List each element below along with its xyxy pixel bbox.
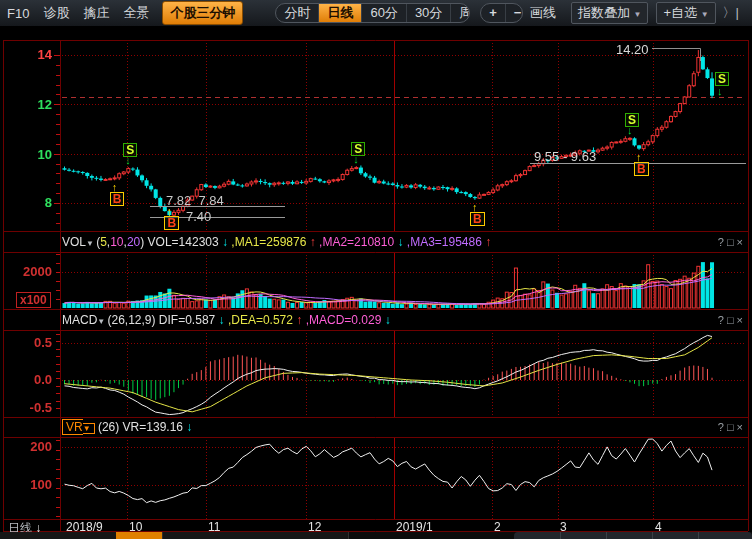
header-part: ,MA3=195486: [404, 235, 482, 249]
vr-axis-label: 100: [0, 477, 52, 492]
header-part: (26): [95, 420, 123, 434]
header-part: VOL: [62, 235, 86, 249]
vr-panel-icons: ?□×: [718, 421, 746, 433]
toolbar: F10 诊股 擒庄 全景 个股三分钟 分时 日线 60分 30分 周线 ▼ + …: [0, 0, 752, 26]
signal-B-marker: B: [164, 216, 179, 230]
signal-B-arrow-icon: ↑: [112, 182, 118, 192]
header-part: ↑: [306, 235, 315, 249]
signal-B-arrow-icon: ↑: [472, 202, 478, 212]
collapse-panel-icon[interactable]: 〉|: [716, 4, 746, 22]
header-part: 10: [110, 235, 123, 249]
header-part: VOL=142303: [148, 235, 219, 249]
header-part[interactable]: VR: [62, 419, 83, 435]
f10-button[interactable]: F10: [0, 6, 36, 21]
help-icon[interactable]: ?: [718, 421, 727, 433]
header-part: ): [140, 235, 147, 249]
tab-fenshi[interactable]: 分时: [276, 4, 319, 22]
header-part: ↑: [482, 235, 491, 249]
header-part: VR=139.16: [123, 420, 183, 434]
header-part: ,DEA=0.572: [225, 313, 293, 327]
vol-header: VOL▼ (5,10,20) VOL=142303 ↓ ,MA1=259876 …: [62, 235, 491, 249]
signal-B-marker: B: [634, 162, 649, 176]
maximize-icon[interactable]: □: [727, 236, 737, 248]
signal-B-arrow-icon: ↑: [636, 152, 642, 162]
taskbar-right-group[interactable]: [514, 532, 752, 539]
signal-B-marker: B: [470, 212, 485, 226]
header-part: 5: [100, 235, 107, 249]
signal-B-arrow-icon: ↑: [166, 206, 172, 216]
header-part[interactable]: ▼: [86, 239, 96, 248]
chevron-down-icon: ▼: [701, 10, 709, 19]
help-icon[interactable]: ?: [718, 314, 727, 326]
zoom-controls: + −: [480, 3, 523, 23]
header-part: ↓: [219, 235, 228, 249]
draw-line-button[interactable]: 画线: [523, 4, 563, 22]
bottom-price-label: 7.40: [186, 209, 211, 224]
taskbar-segment-active[interactable]: [116, 532, 163, 539]
price-axis-label: 8: [0, 195, 52, 210]
price-axis-label: 10: [0, 147, 52, 162]
macd-panel-icons: ?□×: [718, 314, 746, 326]
vr-header: VR▼ (26) VR=139.16 ↓: [62, 420, 192, 434]
header-part: ,MA2=210810: [316, 235, 394, 249]
help-icon[interactable]: ?: [718, 236, 727, 248]
volume-unit-label: x100: [16, 292, 51, 308]
period-tabs: 分时 日线 60分 30分 周线 ▼: [275, 3, 470, 23]
taskbar-segment[interactable]: [0, 532, 29, 539]
macd-axis-label: -0.5: [0, 400, 52, 415]
menu-qinzhuang[interactable]: 擒庄: [76, 4, 116, 22]
header-part: ↓: [394, 235, 403, 249]
close-icon[interactable]: ×: [737, 421, 746, 433]
stock-chart-window: F10 诊股 擒庄 全景 个股三分钟 分时 日线 60分 30分 周线 ▼ + …: [0, 0, 752, 539]
toolbar-right: 画线 指数叠加 ▼ +自选 ▼ 〉|: [523, 2, 752, 24]
tab-30min[interactable]: 30分: [407, 4, 451, 22]
taskbar-segment[interactable]: [298, 532, 349, 539]
close-icon[interactable]: ×: [737, 236, 746, 248]
tab-60min[interactable]: 60分: [362, 4, 406, 22]
vol-panel-icons: ?□×: [718, 236, 746, 248]
header-part: MACD: [62, 313, 97, 327]
signal-S-marker: S: [715, 72, 729, 86]
peak-price-label: 14.20: [616, 42, 649, 57]
close-icon[interactable]: ×: [737, 314, 746, 326]
taskbar-segment[interactable]: [252, 532, 299, 539]
price-axis-label: 14: [0, 47, 52, 62]
menu-diagnose[interactable]: 诊股: [36, 4, 76, 22]
header-part: 20: [127, 235, 140, 249]
signal-S-arrow-icon: ↓: [125, 155, 131, 165]
taskbar-segment[interactable]: [162, 532, 207, 539]
header-part[interactable]: ▼: [97, 317, 107, 326]
chart-canvas[interactable]: [0, 26, 752, 539]
taskbar-segment[interactable]: [72, 532, 117, 539]
header-part: ,MA1=259876: [228, 235, 306, 249]
menu-panorama[interactable]: 全景: [116, 4, 156, 22]
taskbar-segment[interactable]: [206, 532, 253, 539]
maximize-icon[interactable]: □: [727, 314, 737, 326]
tab-weekly[interactable]: 周线 ▼: [451, 4, 470, 22]
stock-3min-button[interactable]: 个股三分钟: [162, 1, 243, 25]
header-part[interactable]: ▼: [83, 423, 95, 434]
header-part: DIF=0.587: [159, 313, 215, 327]
maximize-icon[interactable]: □: [727, 421, 737, 433]
index-overlay-dropdown[interactable]: 指数叠加 ▼: [571, 2, 649, 24]
gap-range-label: 9.55 - 9.63: [534, 149, 596, 164]
signal-S-arrow-icon: ↓: [353, 154, 359, 164]
header-part: ↓: [183, 420, 192, 434]
taskbar-segment[interactable]: [28, 532, 73, 539]
header-part: ,MACD=0.029: [302, 313, 381, 327]
zoom-out-button[interactable]: −: [506, 4, 523, 22]
header-part: ↑: [293, 313, 302, 327]
zoom-in-button[interactable]: +: [481, 4, 506, 22]
price-axis-label: 12: [0, 97, 52, 112]
macd-axis-label: 0.0: [0, 372, 52, 387]
macd-axis-label: 0.5: [0, 335, 52, 350]
signal-S-arrow-icon: ↓: [627, 125, 633, 135]
signal-B-marker: B: [110, 192, 125, 206]
add-watchlist-dropdown[interactable]: +自选 ▼: [656, 2, 715, 24]
signal-S-arrow-icon: ↓: [717, 86, 723, 96]
header-part: (26,12,9): [107, 313, 158, 327]
macd-header: MACD▼ (26,12,9) DIF=0.587 ↓ ,DEA=0.572 ↑…: [62, 313, 391, 327]
tab-daily[interactable]: 日线: [319, 4, 362, 22]
vr-axis-label: 200: [0, 439, 52, 454]
double-low-label: 7.82 7.84: [166, 193, 224, 208]
